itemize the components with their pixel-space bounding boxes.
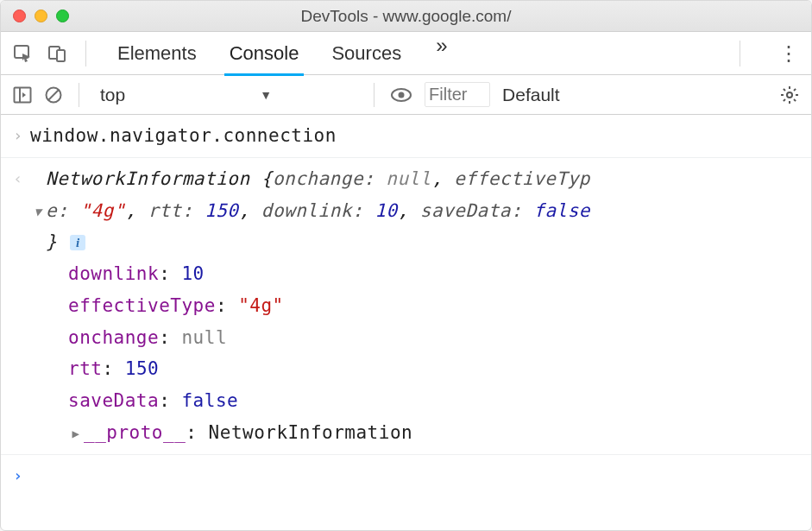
maximize-icon[interactable]	[56, 9, 69, 22]
log-level-selector[interactable]: Default	[502, 85, 560, 105]
devtools-window: DevTools - www.google.com/ Elements Cons…	[0, 0, 812, 531]
window-title: DevTools - www.google.com/	[1, 7, 811, 26]
svg-line-17	[794, 88, 796, 90]
info-icon[interactable]: i	[70, 235, 85, 250]
tab-sources[interactable]: Sources	[330, 34, 403, 73]
console-sidebar-toggle-icon[interactable]	[13, 86, 32, 104]
console-toolbar: top ▼ Default	[1, 75, 811, 115]
console-result[interactable]: ‹ ▼NetworkInformation {onchange: null, e…	[1, 158, 811, 455]
tab-elements[interactable]: Elements	[116, 34, 198, 73]
console-input-text: window.navigator.connection	[30, 120, 803, 152]
execution-context-selector[interactable]: top ▼	[95, 83, 358, 107]
tab-console[interactable]: Console	[228, 34, 301, 73]
divider	[85, 41, 86, 66]
chevron-down-icon: ▼	[260, 88, 272, 102]
divider	[79, 83, 79, 107]
gear-icon[interactable]	[780, 85, 799, 104]
result-content: ▼NetworkInformation {onchange: null, eff…	[30, 163, 803, 449]
close-icon[interactable]	[13, 9, 26, 22]
live-expression-icon[interactable]	[390, 87, 412, 103]
svg-line-15	[794, 99, 796, 101]
panel-tabs: Elements Console Sources »	[116, 34, 448, 73]
proto-row[interactable]: ▶__proto__: NetworkInformation	[68, 417, 803, 449]
svg-line-16	[784, 99, 785, 101]
console-prompt[interactable]: ›	[1, 455, 811, 495]
titlebar: DevTools - www.google.com/	[1, 1, 811, 32]
svg-line-6	[48, 90, 59, 100]
property-row[interactable]: downlink: 10	[68, 258, 803, 290]
divider	[740, 41, 740, 66]
property-row[interactable]: onchange: null	[68, 322, 803, 354]
main-tabstrip: Elements Console Sources » ⋮	[1, 32, 811, 75]
property-row[interactable]: effectiveType: "4g"	[68, 290, 803, 322]
output-marker-icon: ‹	[6, 163, 30, 193]
property-row[interactable]: saveData: false	[68, 385, 803, 417]
execution-context-label: top	[100, 85, 125, 105]
console-body: › window.navigator.connection ‹ ▼Network…	[1, 115, 811, 530]
device-toggle-icon[interactable]	[47, 44, 66, 63]
inspect-icon[interactable]	[13, 44, 32, 63]
tabs-overflow-icon[interactable]: »	[436, 34, 447, 73]
divider	[374, 83, 375, 107]
class-name: NetworkInformation	[46, 168, 250, 189]
property-row[interactable]: rtt: 150	[68, 353, 803, 385]
filter-input[interactable]	[425, 82, 490, 107]
object-preview[interactable]: ▼NetworkInformation {onchange: null, eff…	[30, 163, 803, 258]
minimize-icon[interactable]	[35, 9, 47, 22]
prompt-marker-icon: ›	[6, 460, 30, 490]
svg-point-8	[399, 92, 405, 98]
clear-console-icon[interactable]	[44, 85, 63, 104]
kebab-menu-icon[interactable]: ⋮	[778, 41, 799, 66]
expand-toggle-icon[interactable]: ▼	[30, 201, 46, 223]
svg-rect-2	[57, 50, 65, 61]
expand-toggle-icon[interactable]: ▶	[68, 423, 84, 445]
input-marker-icon: ›	[6, 120, 30, 149]
svg-line-14	[784, 88, 785, 90]
traffic-lights	[1, 9, 69, 22]
console-input-line: › window.navigator.connection	[1, 115, 811, 158]
svg-point-9	[787, 92, 792, 98]
object-properties: downlink: 10 effectiveType: "4g" onchang…	[68, 258, 803, 449]
